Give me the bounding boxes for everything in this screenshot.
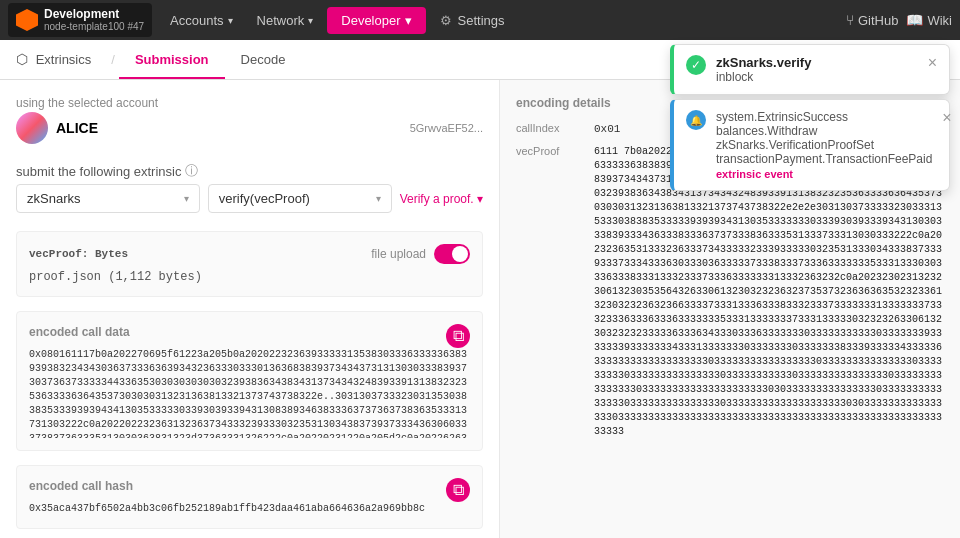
encoded-call-value: 0x080161117b0a202270695f61223a205b0a2020… xyxy=(29,348,470,438)
tab-decode[interactable]: Decode xyxy=(225,42,302,79)
accounts-chevron-icon: ▾ xyxy=(228,15,233,26)
submit-info-icon[interactable]: ⓘ xyxy=(185,162,198,180)
top-navigation: Development node-template100 #47 Account… xyxy=(0,0,960,40)
notification-zksnarks-verify: ✓ zkSnarks.verify inblock × xyxy=(670,44,950,95)
tab-extrinsics[interactable]: ⬡ Extrinsics xyxy=(16,41,107,79)
tab-submission[interactable]: Submission xyxy=(119,42,225,79)
encoded-call-title: encoded call data xyxy=(29,325,130,339)
nav-right-links: ⑂ GitHub 📖 Wiki xyxy=(846,12,952,28)
github-link[interactable]: ⑂ GitHub xyxy=(846,12,898,28)
notif2-close-button[interactable]: × xyxy=(942,110,951,126)
extrinsics-icon: ⬡ xyxy=(16,51,28,67)
developer-chevron-icon: ▾ xyxy=(405,13,412,28)
notif-line-1: system.ExtrinsicSuccess xyxy=(716,110,932,124)
network-chevron-icon: ▾ xyxy=(308,15,313,26)
encoded-hash-section: encoded call hash ⧉ 0x35aca437bf6502a4bb… xyxy=(16,465,483,529)
encoded-hash-title: encoded call hash xyxy=(29,479,133,493)
notification-container: ✓ zkSnarks.verify inblock × 🔔 system.Ext… xyxy=(670,44,950,191)
notif-title: zkSnarks.verify xyxy=(716,55,918,70)
call-index-label: callIndex xyxy=(516,122,586,137)
file-upload-toggle[interactable] xyxy=(434,244,470,264)
notif-event-label: extrinsic event xyxy=(716,168,932,180)
accounts-nav-button[interactable]: Accounts ▾ xyxy=(160,7,242,34)
vec-proof-enc-label: vecProof xyxy=(516,145,586,439)
account-using-label: using the selected account xyxy=(16,96,483,110)
wiki-icon: 📖 xyxy=(906,12,923,28)
brand-logo[interactable]: Development node-template100 #47 xyxy=(8,3,152,37)
notification-extrinsic: 🔔 system.ExtrinsicSuccess balances.Withd… xyxy=(670,99,950,191)
method-chevron-icon: ▾ xyxy=(376,193,381,204)
pallet-select[interactable]: zkSnarks ▾ xyxy=(16,184,200,213)
bell-icon: 🔔 xyxy=(686,110,706,130)
brand-hex-icon xyxy=(16,9,38,31)
verify-link[interactable]: Verify a proof. ▾ xyxy=(400,192,483,206)
call-index-value: 0x01 xyxy=(594,122,620,137)
brand-dev-label: Development xyxy=(44,7,144,21)
account-name: ALICE xyxy=(56,120,98,136)
notif-subtitle: inblock xyxy=(716,70,918,84)
vecproof-filename: proof.json (1,112 bytes) xyxy=(29,270,470,284)
checkmark-icon: ✓ xyxy=(686,55,706,75)
breadcrumb: ⬡ Extrinsics / Submission Decode xyxy=(16,41,301,78)
notif-line-3: zkSnarks.VerificationProofSet xyxy=(716,138,932,152)
pallet-chevron-icon: ▾ xyxy=(184,193,189,204)
notif-line-4: transactionPayment.TransactionFeePaid xyxy=(716,152,932,166)
settings-gear-icon: ⚙ xyxy=(440,13,452,28)
method-select[interactable]: verify(vecProof) ▾ xyxy=(208,184,392,213)
settings-nav-button[interactable]: ⚙ Settings xyxy=(430,7,515,34)
encoded-call-section: encoded call data ⧉ 0x080161117b0a202270… xyxy=(16,311,483,451)
vecproof-label: vecProof: Bytes xyxy=(29,248,128,260)
account-address: 5GrwvaEF52... xyxy=(410,122,483,134)
github-icon: ⑂ xyxy=(846,12,854,28)
developer-nav-button[interactable]: Developer ▾ xyxy=(327,7,425,34)
notif-close-button[interactable]: × xyxy=(928,55,937,71)
encoded-call-copy-button[interactable]: ⧉ xyxy=(446,324,470,348)
account-avatar xyxy=(16,112,48,144)
encoded-hash-copy-button[interactable]: ⧉ xyxy=(446,478,470,502)
file-upload-label: file upload xyxy=(371,247,426,261)
network-nav-button[interactable]: Network ▾ xyxy=(247,7,324,34)
wiki-link[interactable]: 📖 Wiki xyxy=(906,12,952,28)
submit-label: submit the following extrinsic ⓘ xyxy=(16,162,483,180)
left-panel: using the selected account ALICE 5GrwvaE… xyxy=(0,80,500,538)
submit-form-section: submit the following extrinsic ⓘ zkSnark… xyxy=(16,162,483,213)
brand-node-label: node-template100 #47 xyxy=(44,21,144,33)
notif-line-2: balances.Withdraw xyxy=(716,124,932,138)
account-section: using the selected account ALICE 5GrwvaE… xyxy=(16,96,483,144)
encoded-hash-value: 0x35aca437bf6502a4bb3c06fb252189ab1ffb42… xyxy=(29,502,470,516)
vecproof-section: vecProof: Bytes file upload proof.json (… xyxy=(16,231,483,297)
